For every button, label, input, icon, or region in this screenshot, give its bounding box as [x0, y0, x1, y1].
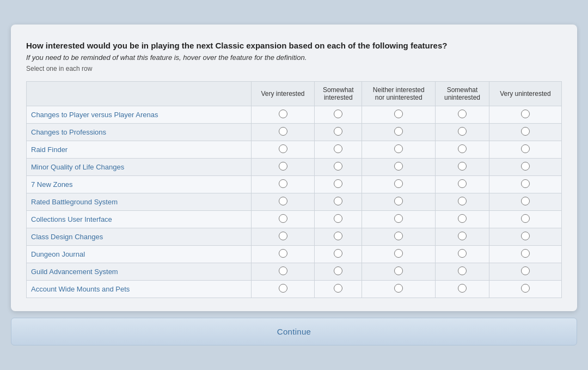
radio-option[interactable] — [394, 144, 403, 153]
radio-option[interactable] — [458, 284, 467, 293]
feature-label[interactable]: Changes to Player versus Player Arenas — [31, 111, 158, 119]
continue-button[interactable]: Continue — [11, 318, 577, 345]
radio-option[interactable] — [334, 110, 342, 118]
radio-cell — [489, 124, 561, 141]
radio-option[interactable] — [279, 179, 287, 188]
radio-option[interactable] — [394, 127, 403, 136]
feature-label[interactable]: Account Wide Mounts and Pets — [31, 285, 130, 293]
survey-card: How interested would you be in playing t… — [11, 25, 577, 311]
radio-cell — [489, 159, 561, 176]
radio-option[interactable] — [334, 249, 342, 258]
radio-cell — [251, 281, 314, 298]
radio-option[interactable] — [458, 127, 467, 136]
radio-option[interactable] — [458, 179, 467, 188]
radio-option[interactable] — [521, 249, 530, 258]
radio-option[interactable] — [394, 214, 403, 223]
radio-option[interactable] — [394, 197, 403, 205]
radio-option[interactable] — [394, 232, 403, 240]
radio-cell — [315, 159, 362, 176]
radio-option[interactable] — [521, 214, 530, 223]
radio-option[interactable] — [521, 144, 530, 153]
radio-cell — [362, 193, 436, 211]
radio-option[interactable] — [394, 266, 403, 275]
radio-option[interactable] — [334, 197, 342, 205]
feature-label[interactable]: Raid Finder — [31, 145, 68, 154]
feature-label[interactable]: Class Design Changes — [31, 233, 103, 241]
radio-cell — [436, 124, 489, 141]
radio-option[interactable] — [458, 144, 467, 153]
radio-option[interactable] — [334, 127, 342, 136]
table-row: Minor Quality of Life Changes — [27, 159, 562, 176]
radio-option[interactable] — [279, 197, 287, 205]
feature-label[interactable]: 7 New Zones — [31, 180, 73, 189]
radio-option[interactable] — [521, 179, 530, 188]
radio-option[interactable] — [521, 266, 530, 275]
radio-cell — [489, 263, 561, 281]
radio-cell — [315, 124, 362, 141]
question-title: How interested would you be in playing t… — [26, 40, 562, 51]
radio-option[interactable] — [394, 162, 403, 171]
feature-label[interactable]: Guild Advancement System — [31, 268, 118, 276]
table-row: Account Wide Mounts and Pets — [27, 281, 562, 298]
feature-label[interactable]: Rated Battleground System — [31, 198, 118, 206]
radio-option[interactable] — [458, 232, 467, 240]
radio-option[interactable] — [521, 284, 530, 293]
feature-label[interactable]: Collections User Interface — [31, 215, 112, 223]
table-row: 7 New Zones — [27, 176, 562, 193]
radio-cell — [362, 106, 436, 124]
feature-label[interactable]: Changes to Professions — [31, 128, 106, 136]
radio-option[interactable] — [394, 110, 403, 118]
radio-cell — [362, 263, 436, 281]
radio-option[interactable] — [458, 266, 467, 275]
radio-option[interactable] — [521, 197, 530, 205]
radio-cell — [436, 228, 489, 246]
radio-option[interactable] — [521, 232, 530, 240]
radio-option[interactable] — [394, 179, 403, 188]
feature-label-cell: Collections User Interface — [27, 211, 252, 228]
radio-cell — [489, 106, 561, 124]
radio-option[interactable] — [334, 266, 342, 275]
radio-option[interactable] — [458, 249, 467, 258]
radio-option[interactable] — [334, 179, 342, 188]
radio-option[interactable] — [394, 284, 403, 293]
feature-label[interactable]: Minor Quality of Life Changes — [31, 163, 124, 171]
radio-cell — [251, 106, 314, 124]
radio-cell — [489, 246, 561, 263]
radio-cell — [489, 211, 561, 228]
feature-label-cell: Rated Battleground System — [27, 193, 252, 211]
radio-cell — [489, 176, 561, 193]
feature-label[interactable]: Dungeon Journal — [31, 250, 85, 258]
radio-option[interactable] — [279, 249, 287, 258]
radio-option[interactable] — [279, 232, 287, 240]
radio-option[interactable] — [279, 110, 287, 118]
radio-option[interactable] — [334, 284, 342, 293]
radio-option[interactable] — [334, 214, 342, 223]
radio-option[interactable] — [521, 127, 530, 136]
radio-cell — [251, 124, 314, 141]
radio-option[interactable] — [334, 232, 342, 240]
radio-option[interactable] — [521, 110, 530, 118]
radio-option[interactable] — [279, 162, 287, 171]
col-neither: Neither interestednor uninterested — [362, 82, 436, 106]
radio-option[interactable] — [521, 162, 530, 171]
radio-cell — [436, 246, 489, 263]
table-row: Changes to Player versus Player Arenas — [27, 106, 562, 124]
table-row: Changes to Professions — [27, 124, 562, 141]
radio-option[interactable] — [334, 144, 342, 153]
radio-cell — [489, 228, 561, 246]
radio-option[interactable] — [334, 162, 342, 171]
radio-option[interactable] — [458, 214, 467, 223]
radio-option[interactable] — [279, 144, 287, 153]
radio-option[interactable] — [458, 110, 467, 118]
radio-cell — [489, 281, 561, 298]
radio-option[interactable] — [458, 197, 467, 205]
radio-option[interactable] — [279, 127, 287, 136]
select-instruction: Select one in each row — [26, 65, 562, 72]
radio-option[interactable] — [279, 214, 287, 223]
radio-cell — [489, 141, 561, 159]
radio-option[interactable] — [458, 162, 467, 171]
radio-option[interactable] — [279, 284, 287, 293]
radio-cell — [315, 193, 362, 211]
radio-option[interactable] — [394, 249, 403, 258]
radio-option[interactable] — [279, 266, 287, 275]
